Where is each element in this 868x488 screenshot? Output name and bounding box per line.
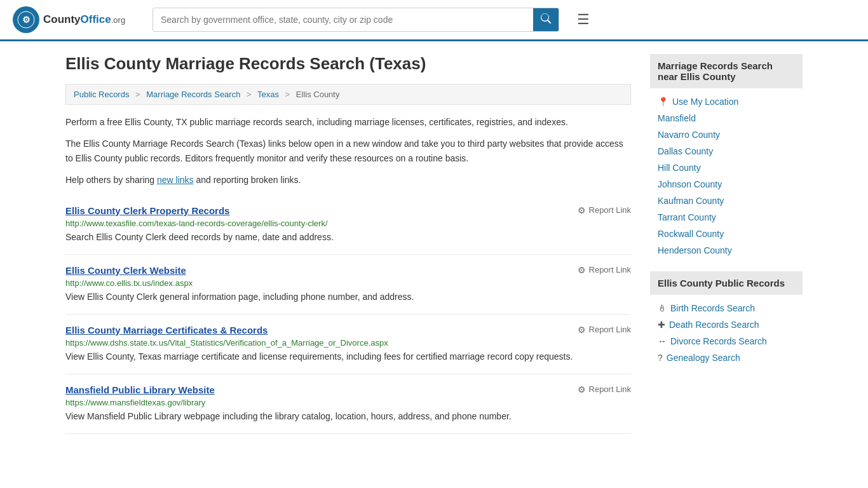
result-item: Ellis County Clerk Property Records ⚙ Re…: [65, 195, 631, 255]
report-icon-2: ⚙: [578, 265, 586, 275]
divorce-records-icon: ↔: [658, 336, 667, 346]
result-item: Mansfield Public Library Website ⚙ Repor…: [65, 374, 631, 434]
result-url-2[interactable]: http://www.co.ellis.tx.us/index.aspx: [65, 278, 631, 288]
result-title-3[interactable]: Ellis County Marriage Certificates & Rec…: [65, 325, 268, 336]
new-links-link[interactable]: new links: [157, 175, 194, 185]
report-link-btn-2[interactable]: ⚙ Report Link: [578, 265, 631, 275]
description-3: Help others by sharing new links and rep…: [65, 173, 631, 187]
nearby-item-dallas[interactable]: Dallas County: [650, 143, 803, 159]
death-records-icon: ✚: [658, 320, 665, 330]
nearby-link-hill[interactable]: Hill County: [658, 163, 701, 173]
birth-records-item[interactable]: 🕯 Birth Records Search: [650, 300, 803, 316]
sidebar: Marriage Records Search near Ellis Count…: [650, 54, 803, 434]
report-link-btn-3[interactable]: ⚙ Report Link: [578, 325, 631, 335]
result-item: Ellis County Marriage Certificates & Rec…: [65, 315, 631, 374]
nearby-item-mansfield[interactable]: Mansfield: [650, 110, 803, 126]
nearby-link-tarrant[interactable]: Tarrant County: [658, 212, 716, 222]
nearby-section: Marriage Records Search near Ellis Count…: [650, 54, 803, 259]
result-url-4[interactable]: https://www.mansfieldtexas.gov/library: [65, 398, 631, 407]
logo-area: ⚙ CountyOffice.org: [13, 6, 140, 33]
use-my-location-link[interactable]: Use My Location: [672, 97, 738, 107]
location-icon: 📍: [658, 97, 668, 107]
death-records-item[interactable]: ✚ Death Records Search: [650, 316, 803, 333]
result-desc-2: View Ellis County Clerk general informat…: [65, 290, 631, 304]
search-bar: [153, 8, 559, 32]
nearby-link-mansfield[interactable]: Mansfield: [658, 113, 696, 123]
divorce-records-link[interactable]: Divorce Records Search: [670, 336, 767, 346]
report-link-btn-1[interactable]: ⚙ Report Link: [578, 205, 631, 215]
birth-records-link[interactable]: Birth Records Search: [670, 303, 755, 313]
genealogy-icon: ?: [658, 353, 663, 363]
result-url-1[interactable]: http://www.texasfile.com/texas-land-reco…: [65, 219, 631, 228]
logo-text: CountyOffice.org: [43, 13, 125, 26]
content-area: Ellis County Marriage Records Search (Te…: [65, 54, 631, 434]
header: ⚙ CountyOffice.org ☰: [0, 0, 868, 41]
result-header: Mansfield Public Library Website ⚙ Repor…: [65, 384, 631, 395]
genealogy-link[interactable]: Genealogy Search: [667, 353, 740, 363]
result-title-4[interactable]: Mansfield Public Library Website: [65, 384, 215, 395]
public-records-title: Ellis County Public Records: [650, 271, 803, 295]
nearby-item-henderson[interactable]: Henderson County: [650, 242, 803, 259]
description-2: The Ellis County Marriage Records Search…: [65, 137, 631, 165]
breadcrumb-marriage-records-search[interactable]: Marriage Records Search: [146, 90, 240, 99]
genealogy-item[interactable]: ? Genealogy Search: [650, 349, 803, 366]
page-title: Ellis County Marriage Records Search (Te…: [65, 54, 631, 74]
breadcrumb-public-records[interactable]: Public Records: [74, 90, 129, 99]
nearby-item-rockwall[interactable]: Rockwall County: [650, 226, 803, 242]
public-records-section: Ellis County Public Records 🕯 Birth Reco…: [650, 271, 803, 366]
result-url-3[interactable]: https://www.dshs.state.tx.us/Vital_Stati…: [65, 338, 631, 348]
nearby-item-navarro[interactable]: Navarro County: [650, 126, 803, 143]
death-records-link[interactable]: Death Records Search: [669, 320, 759, 330]
report-icon-4: ⚙: [578, 384, 586, 395]
breadcrumb-ellis-county: Ellis County: [296, 90, 340, 99]
breadcrumb-texas[interactable]: Texas: [257, 90, 279, 99]
search-input[interactable]: [153, 10, 533, 30]
nearby-link-kaufman[interactable]: Kaufman County: [658, 196, 724, 206]
result-desc-3: View Ellis County, Texas marriage certif…: [65, 350, 631, 363]
nearby-item-johnson[interactable]: Johnson County: [650, 176, 803, 193]
report-icon-3: ⚙: [578, 325, 586, 335]
svg-text:⚙: ⚙: [22, 15, 31, 25]
result-desc-1: Search Ellis County Clerk deed records b…: [65, 231, 631, 244]
nearby-link-navarro[interactable]: Navarro County: [658, 130, 720, 140]
nearby-link-rockwall[interactable]: Rockwall County: [658, 229, 724, 239]
nearby-link-johnson[interactable]: Johnson County: [658, 179, 722, 189]
use-my-location-item[interactable]: 📍 Use My Location: [650, 93, 803, 110]
result-header: Ellis County Clerk Property Records ⚙ Re…: [65, 205, 631, 216]
description-1: Perform a free Ellis County, TX public m…: [65, 115, 631, 129]
nearby-item-hill[interactable]: Hill County: [650, 159, 803, 176]
logo-icon: ⚙: [13, 6, 39, 33]
menu-button[interactable]: ☰: [572, 9, 595, 30]
result-header: Ellis County Clerk Website ⚙ Report Link: [65, 265, 631, 276]
nearby-section-title: Marriage Records Search near Ellis Count…: [650, 54, 803, 88]
result-desc-4: View Mansfield Public Library webpage in…: [65, 410, 631, 423]
result-title-1[interactable]: Ellis County Clerk Property Records: [65, 205, 229, 216]
nearby-link-dallas[interactable]: Dallas County: [658, 146, 713, 156]
result-header: Ellis County Marriage Certificates & Rec…: [65, 325, 631, 336]
search-button[interactable]: [533, 8, 559, 31]
nearby-item-kaufman[interactable]: Kaufman County: [650, 193, 803, 209]
birth-records-icon: 🕯: [658, 303, 667, 313]
result-title-2[interactable]: Ellis County Clerk Website: [65, 265, 186, 276]
report-link-btn-4[interactable]: ⚙ Report Link: [578, 384, 631, 395]
result-item: Ellis County Clerk Website ⚙ Report Link…: [65, 255, 631, 315]
nearby-link-henderson[interactable]: Henderson County: [658, 245, 732, 255]
nearby-item-tarrant[interactable]: Tarrant County: [650, 209, 803, 226]
report-icon-1: ⚙: [578, 205, 586, 215]
breadcrumb: Public Records > Marriage Records Search…: [65, 84, 631, 105]
main-container: Ellis County Marriage Records Search (Te…: [53, 41, 815, 447]
divorce-records-item[interactable]: ↔ Divorce Records Search: [650, 333, 803, 349]
